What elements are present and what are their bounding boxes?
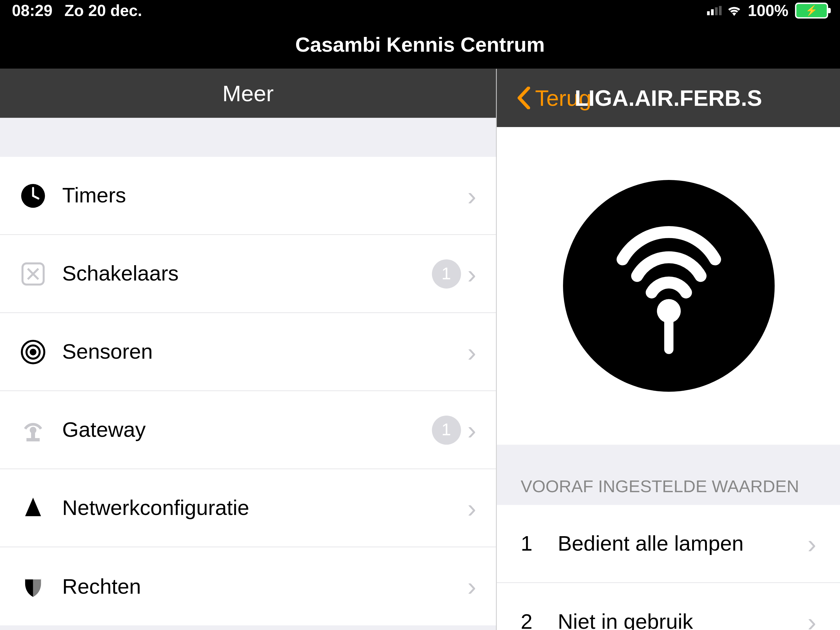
preset-label: Niet in gebruik bbox=[557, 609, 807, 630]
battery-pct: 100% bbox=[748, 1, 788, 20]
status-bar: 08:29 Zo 20 dec. 100% ⚡ bbox=[0, 0, 840, 21]
sidebar-item-gateway[interactable]: Gateway 1 › bbox=[0, 391, 496, 469]
content-header: Terug LIGA.AIR.FERB.S bbox=[497, 69, 840, 127]
status-date: Zo 20 dec. bbox=[65, 1, 142, 20]
sidebar-item-label: Schakelaars bbox=[53, 262, 432, 287]
sidebar-item-schakelaars[interactable]: Schakelaars 1 › bbox=[0, 235, 496, 313]
svg-rect-29 bbox=[664, 311, 673, 354]
chevron-left-icon bbox=[516, 87, 531, 109]
sidebar: Meer Timers › Schakelaars 1 › Sensoren ›… bbox=[0, 69, 496, 630]
device-hero bbox=[497, 127, 840, 445]
sidebar-item-label: Timers bbox=[53, 184, 467, 208]
chevron-right-icon: › bbox=[467, 573, 476, 600]
shield-icon bbox=[13, 573, 53, 600]
device-icon bbox=[563, 180, 774, 392]
badge: 1 bbox=[432, 416, 461, 445]
preset-row-2[interactable]: 2 Niet in gebruik › bbox=[497, 583, 840, 630]
svg-point-4 bbox=[30, 348, 36, 355]
chevron-right-icon: › bbox=[807, 530, 816, 557]
chevron-right-icon: › bbox=[467, 339, 476, 365]
sidebar-item-sensoren[interactable]: Sensoren › bbox=[0, 313, 496, 391]
sidebar-title: Meer bbox=[0, 69, 496, 118]
chevron-right-icon: › bbox=[807, 608, 816, 630]
preset-row-1[interactable]: 1 Bedient alle lampen › bbox=[497, 505, 840, 583]
svg-rect-6 bbox=[31, 430, 35, 439]
status-time: 08:29 bbox=[12, 1, 52, 20]
clock-icon bbox=[13, 182, 53, 209]
preset-number: 2 bbox=[521, 609, 557, 630]
badge: 1 bbox=[432, 259, 461, 288]
svg-rect-7 bbox=[27, 438, 39, 442]
gateway-icon bbox=[13, 417, 53, 443]
sidebar-item-label: Gateway bbox=[53, 418, 432, 442]
preset-number: 1 bbox=[521, 531, 557, 556]
network-icon bbox=[13, 495, 53, 521]
sidebar-item-rechten[interactable]: Rechten › bbox=[0, 548, 496, 626]
section-presets-header: VOORAF INGESTELDE WAARDEN bbox=[497, 445, 840, 505]
chevron-right-icon: › bbox=[467, 495, 476, 521]
content-pane: Terug LIGA.AIR.FERB.S VOORAF INGESTELDE … bbox=[496, 69, 840, 630]
sidebar-item-label: Netwerkconfiguratie bbox=[53, 496, 467, 521]
page-title: LIGA.AIR.FERB.S bbox=[575, 85, 762, 111]
sidebar-item-label: Sensoren bbox=[53, 340, 467, 364]
chevron-right-icon: › bbox=[467, 417, 476, 443]
wifi-icon bbox=[726, 5, 741, 16]
sidebar-item-netwerkconfiguratie[interactable]: Netwerkconfiguratie › bbox=[0, 469, 496, 548]
chevron-right-icon: › bbox=[467, 182, 476, 209]
battery-icon: ⚡ bbox=[795, 3, 828, 19]
chevron-right-icon: › bbox=[467, 261, 476, 287]
sensor-icon bbox=[13, 339, 53, 365]
switch-icon bbox=[13, 261, 53, 287]
cell-signal-icon bbox=[707, 6, 720, 15]
sidebar-item-label: Rechten bbox=[53, 574, 467, 599]
app-title: Casambi Kennis Centrum bbox=[0, 21, 840, 69]
sidebar-item-timers[interactable]: Timers › bbox=[0, 157, 496, 235]
preset-label: Bedient alle lampen bbox=[557, 531, 807, 556]
